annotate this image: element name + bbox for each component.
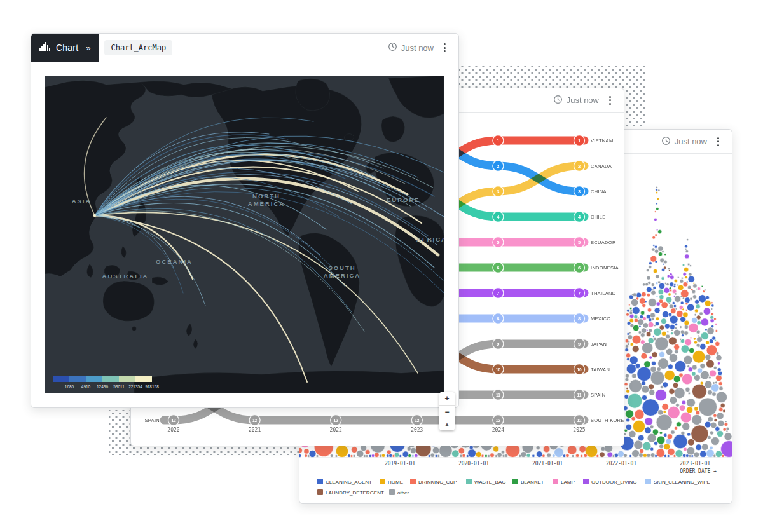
svg-text:OUTDOOR_LIVING: OUTDOOR_LIVING bbox=[591, 479, 637, 485]
svg-text:1686: 1686 bbox=[65, 385, 74, 389]
svg-text:INDONESIA: INDONESIA bbox=[591, 265, 619, 271]
svg-text:ORDER_DATE →: ORDER_DATE → bbox=[680, 468, 717, 474]
svg-text:2025: 2025 bbox=[573, 427, 585, 433]
svg-text:THAILAND: THAILAND bbox=[591, 290, 616, 296]
svg-text:HOME: HOME bbox=[388, 479, 403, 485]
svg-text:8: 8 bbox=[497, 316, 499, 322]
svg-text:6: 6 bbox=[497, 265, 499, 271]
timestamp-text: Just now bbox=[567, 95, 599, 105]
svg-text:918158: 918158 bbox=[145, 385, 159, 389]
clock-icon bbox=[388, 42, 397, 53]
svg-text:2020: 2020 bbox=[167, 427, 179, 433]
svg-text:CANADA: CANADA bbox=[591, 163, 612, 169]
svg-text:EUROPE: EUROPE bbox=[387, 196, 420, 203]
svg-text:1: 1 bbox=[578, 138, 581, 144]
svg-text:9: 9 bbox=[578, 341, 581, 347]
svg-text:8: 8 bbox=[578, 316, 581, 322]
timestamp-text: Just now bbox=[401, 43, 434, 53]
svg-text:10: 10 bbox=[496, 367, 501, 372]
svg-text:TAIWAN: TAIWAN bbox=[591, 367, 610, 372]
last-updated: Just now bbox=[661, 136, 707, 147]
svg-text:2021: 2021 bbox=[249, 427, 261, 433]
svg-text:2: 2 bbox=[578, 163, 581, 169]
svg-text:12: 12 bbox=[334, 418, 339, 423]
arc-map-card: Chart » Chart_ArcMap Just now bbox=[31, 33, 459, 408]
svg-text:WASTE_BAG: WASTE_BAG bbox=[474, 479, 506, 485]
timestamp-text: Just now bbox=[675, 137, 707, 146]
svg-text:11: 11 bbox=[577, 393, 582, 397]
svg-text:12: 12 bbox=[496, 418, 501, 423]
last-updated: Just now bbox=[553, 95, 599, 106]
svg-text:AUSTRALIA: AUSTRALIA bbox=[102, 273, 149, 280]
svg-text:2019-01-01: 2019-01-01 bbox=[385, 461, 415, 467]
svg-text:2024: 2024 bbox=[492, 427, 504, 433]
svg-text:BLANKET: BLANKET bbox=[521, 479, 544, 485]
svg-text:2023-01-01: 2023-01-01 bbox=[680, 461, 710, 467]
kebab-menu-icon[interactable] bbox=[440, 40, 450, 55]
svg-text:AMERICA: AMERICA bbox=[248, 200, 285, 207]
svg-text:2020-01-01: 2020-01-01 bbox=[458, 461, 489, 467]
svg-text:1: 1 bbox=[497, 138, 499, 144]
kebab-menu-icon[interactable] bbox=[713, 134, 723, 149]
chart-panel-brand: Chart » bbox=[31, 34, 99, 62]
compass-reset-button[interactable]: ▲ bbox=[439, 418, 455, 430]
svg-text:SKIN_CLEANING_WIPE: SKIN_CLEANING_WIPE bbox=[654, 479, 710, 485]
svg-text:2021-01-01: 2021-01-01 bbox=[532, 461, 563, 467]
svg-text:3: 3 bbox=[497, 189, 499, 194]
svg-text:53011: 53011 bbox=[113, 385, 125, 389]
svg-text:SOUTH: SOUTH bbox=[328, 264, 355, 271]
svg-text:2023: 2023 bbox=[411, 427, 423, 433]
svg-text:SPAIN: SPAIN bbox=[591, 392, 605, 398]
arc-map-card-header: Chart » Chart_ArcMap Just now bbox=[31, 34, 458, 62]
svg-text:7: 7 bbox=[578, 290, 581, 296]
svg-text:VIETNAM: VIETNAM bbox=[591, 138, 613, 144]
svg-text:LAUNDRY_DETERGENT: LAUNDRY_DETERGENT bbox=[326, 490, 384, 496]
svg-text:CHINA: CHINA bbox=[591, 189, 607, 194]
map-canvas[interactable]: ASIANORTHAMERICAEUROPEAFRICAOCEANIAAUSTR… bbox=[45, 76, 444, 395]
svg-text:CLEANING_AGENT: CLEANING_AGENT bbox=[326, 479, 372, 485]
tab-chart-arcmap[interactable]: Chart_ArcMap bbox=[104, 40, 172, 55]
bar-chart-icon bbox=[39, 42, 51, 54]
svg-text:221354: 221354 bbox=[128, 385, 142, 389]
svg-text:ECUADOR: ECUADOR bbox=[591, 240, 616, 245]
svg-text:AFRICA: AFRICA bbox=[416, 236, 444, 243]
svg-text:12: 12 bbox=[577, 418, 582, 423]
svg-text:6: 6 bbox=[578, 265, 581, 271]
svg-text:ASIA: ASIA bbox=[72, 198, 92, 205]
svg-text:2: 2 bbox=[497, 163, 499, 169]
clock-icon bbox=[661, 136, 671, 147]
svg-text:SOUTH KOREA: SOUTH KOREA bbox=[591, 418, 624, 423]
svg-text:SPAIN: SPAIN bbox=[145, 418, 160, 423]
svg-text:9: 9 bbox=[497, 341, 499, 347]
svg-text:12: 12 bbox=[252, 418, 258, 423]
zoom-out-button[interactable]: − bbox=[439, 405, 455, 418]
svg-text:CHILE: CHILE bbox=[591, 214, 606, 220]
svg-text:other: other bbox=[397, 490, 409, 496]
svg-text:3: 3 bbox=[578, 189, 581, 194]
svg-text:12: 12 bbox=[415, 418, 420, 423]
svg-text:JAPAN: JAPAN bbox=[591, 341, 607, 347]
svg-text:MEXICO: MEXICO bbox=[591, 316, 610, 322]
svg-text:2022-01-01: 2022-01-01 bbox=[606, 461, 636, 467]
clock-icon bbox=[553, 95, 563, 106]
svg-text:4910: 4910 bbox=[81, 385, 91, 389]
svg-text:2022: 2022 bbox=[330, 427, 342, 433]
svg-text:OCEANIA: OCEANIA bbox=[156, 258, 193, 265]
svg-text:5: 5 bbox=[497, 240, 499, 245]
svg-text:NORTH: NORTH bbox=[252, 193, 280, 200]
zoom-in-button[interactable]: + bbox=[439, 392, 455, 405]
last-updated: Just now bbox=[388, 42, 434, 53]
kebab-menu-icon[interactable] bbox=[605, 93, 615, 108]
svg-text:12436: 12436 bbox=[97, 385, 108, 389]
arc-map: ASIANORTHAMERICAEUROPEAFRICAOCEANIAAUSTR… bbox=[45, 76, 444, 393]
map-zoom-controls: + − ▲ bbox=[439, 392, 455, 430]
svg-text:DRINKING_CUP: DRINKING_CUP bbox=[418, 479, 457, 485]
svg-text:5: 5 bbox=[578, 240, 581, 245]
panel-title: Chart bbox=[56, 43, 78, 53]
expand-panel-button[interactable]: » bbox=[86, 43, 90, 53]
svg-text:7: 7 bbox=[497, 290, 499, 296]
svg-text:10: 10 bbox=[577, 367, 582, 372]
svg-text:LAMP: LAMP bbox=[561, 479, 575, 485]
svg-text:11: 11 bbox=[496, 393, 500, 397]
svg-text:AMERICA: AMERICA bbox=[324, 272, 361, 279]
